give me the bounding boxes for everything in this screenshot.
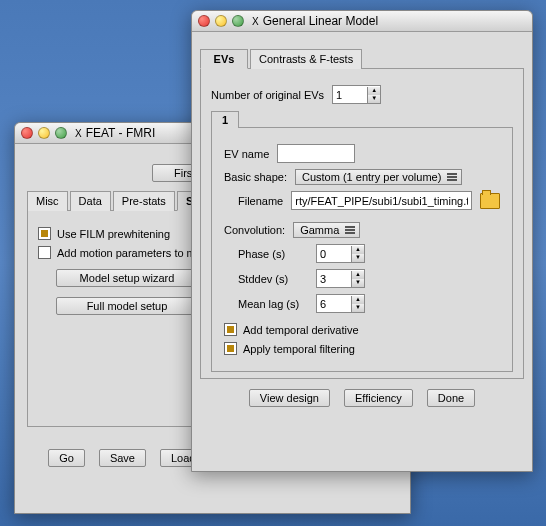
view-design-button[interactable]: View design bbox=[249, 389, 330, 407]
tab-data[interactable]: Data bbox=[70, 191, 111, 211]
glm-titlebar: X General Linear Model bbox=[192, 11, 532, 32]
num-evs-label: Number of original EVs bbox=[211, 89, 324, 101]
down-arrow-icon[interactable]: ▼ bbox=[352, 304, 364, 312]
convolution-dropdown[interactable]: Gamma bbox=[293, 222, 360, 238]
model-wizard-button[interactable]: Model setup wizard bbox=[56, 269, 198, 287]
glm-title: General Linear Model bbox=[263, 14, 378, 28]
basic-shape-label: Basic shape: bbox=[224, 171, 287, 183]
close-icon[interactable] bbox=[198, 15, 210, 27]
down-arrow-icon[interactable]: ▼ bbox=[352, 279, 364, 287]
up-arrow-icon[interactable]: ▲ bbox=[368, 87, 380, 95]
phase-value[interactable]: 0 bbox=[317, 248, 351, 260]
window-controls[interactable] bbox=[21, 127, 67, 139]
phase-spinner[interactable]: 0 ▲▼ bbox=[316, 244, 365, 263]
use-film-checkbox[interactable] bbox=[38, 227, 51, 240]
x-icon: X bbox=[252, 16, 259, 27]
convolution-value: Gamma bbox=[300, 224, 339, 236]
convolution-label: Convolution: bbox=[224, 224, 285, 236]
glm-window: X General Linear Model EVs Contrasts & F… bbox=[191, 10, 533, 472]
basic-shape-value: Custom (1 entry per volume) bbox=[302, 171, 441, 183]
zoom-icon[interactable] bbox=[55, 127, 67, 139]
meanlag-spinner[interactable]: 6 ▲▼ bbox=[316, 294, 365, 313]
done-button[interactable]: Done bbox=[427, 389, 475, 407]
ev-subtab-1[interactable]: 1 bbox=[211, 111, 239, 128]
tab-misc[interactable]: Misc bbox=[27, 191, 68, 211]
phase-label: Phase (s) bbox=[238, 248, 308, 260]
stddev-label: Stddev (s) bbox=[238, 273, 308, 285]
add-motion-label: Add motion parameters to mo bbox=[57, 247, 202, 259]
apply-filter-label: Apply temporal filtering bbox=[243, 343, 355, 355]
stddev-value[interactable]: 3 bbox=[317, 273, 351, 285]
tab-evs[interactable]: EVs bbox=[200, 49, 248, 69]
basic-shape-dropdown[interactable]: Custom (1 entry per volume) bbox=[295, 169, 462, 185]
meanlag-label: Mean lag (s) bbox=[238, 298, 308, 310]
dropdown-icon bbox=[447, 176, 457, 178]
minimize-icon[interactable] bbox=[38, 127, 50, 139]
zoom-icon[interactable] bbox=[232, 15, 244, 27]
add-temporal-label: Add temporal derivative bbox=[243, 324, 359, 336]
apply-filter-checkbox[interactable] bbox=[224, 342, 237, 355]
ev-name-input[interactable] bbox=[277, 144, 355, 163]
use-film-label: Use FILM prewhitening bbox=[57, 228, 170, 240]
down-arrow-icon[interactable]: ▼ bbox=[368, 95, 380, 103]
go-button[interactable]: Go bbox=[48, 449, 85, 467]
full-model-button[interactable]: Full model setup bbox=[56, 297, 198, 315]
stddev-spinner[interactable]: 3 ▲▼ bbox=[316, 269, 365, 288]
down-arrow-icon[interactable]: ▼ bbox=[352, 254, 364, 262]
filename-input[interactable] bbox=[291, 191, 472, 210]
filename-label: Filename bbox=[238, 195, 283, 207]
num-evs-spinner[interactable]: 1 ▲▼ bbox=[332, 85, 381, 104]
up-arrow-icon[interactable]: ▲ bbox=[352, 271, 364, 279]
feat-title: FEAT - FMRI bbox=[86, 126, 156, 140]
close-icon[interactable] bbox=[21, 127, 33, 139]
up-arrow-icon[interactable]: ▲ bbox=[352, 296, 364, 304]
num-evs-value[interactable]: 1 bbox=[333, 89, 367, 101]
glm-tabs: EVs Contrasts & F-tests bbox=[200, 48, 524, 69]
add-motion-checkbox[interactable] bbox=[38, 246, 51, 259]
efficiency-button[interactable]: Efficiency bbox=[344, 389, 413, 407]
ev-name-label: EV name bbox=[224, 148, 269, 160]
window-controls[interactable] bbox=[198, 15, 244, 27]
minimize-icon[interactable] bbox=[215, 15, 227, 27]
up-arrow-icon[interactable]: ▲ bbox=[352, 246, 364, 254]
dropdown-icon bbox=[345, 229, 355, 231]
tab-contrasts[interactable]: Contrasts & F-tests bbox=[250, 49, 362, 69]
meanlag-value[interactable]: 6 bbox=[317, 298, 351, 310]
folder-icon[interactable] bbox=[480, 193, 500, 209]
save-button[interactable]: Save bbox=[99, 449, 146, 467]
x-icon: X bbox=[75, 128, 82, 139]
add-temporal-checkbox[interactable] bbox=[224, 323, 237, 336]
tab-prestats[interactable]: Pre-stats bbox=[113, 191, 175, 211]
